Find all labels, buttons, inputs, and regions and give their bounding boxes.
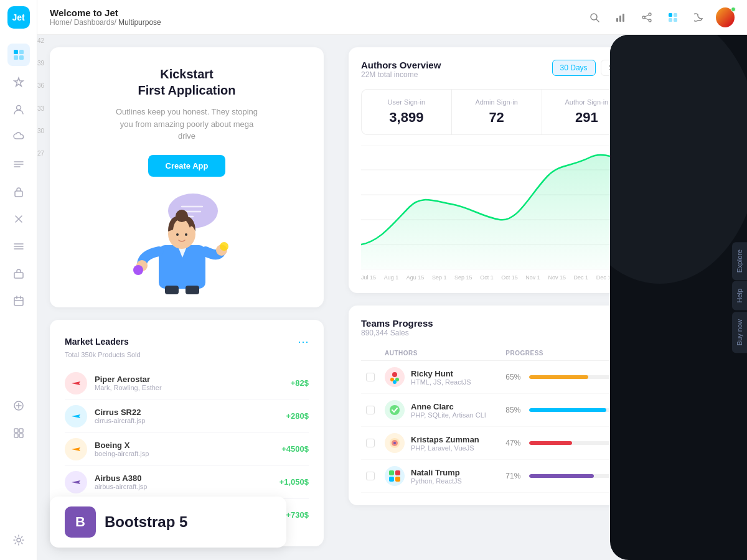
author-name: Anne Clarc — [411, 402, 486, 411]
row-checkbox[interactable] — [366, 406, 375, 414]
progress-fill — [529, 474, 594, 478]
breadcrumb-dashboards[interactable]: Dashboards/ — [74, 18, 116, 27]
market-subtitle: Total 350k Products Sold — [65, 351, 309, 358]
side-tab-explore[interactable]: Explore — [732, 242, 747, 280]
svg-rect-67 — [390, 405, 400, 415]
progress-bar — [529, 474, 620, 478]
author-cell: Ricky Hunt HTML, JS, ReactJS — [380, 361, 500, 394]
row-checkbox-cell — [361, 361, 380, 394]
row-checkbox[interactable] — [366, 373, 375, 381]
illustration — [125, 189, 249, 295]
market-item-name: Piper Aerostar — [95, 375, 291, 384]
author-tech: Python, ReactJS — [411, 477, 462, 485]
svg-point-24 — [17, 538, 21, 542]
svg-rect-29 — [622, 14, 624, 22]
market-item-sub: Mark, Rowling, Esther — [95, 384, 291, 391]
author-tech: PHP, SQLite, Artisan CLI — [411, 411, 486, 419]
sidebar-item-close[interactable] — [7, 208, 30, 230]
svg-rect-28 — [619, 16, 621, 22]
svg-point-47 — [176, 233, 179, 236]
dark-panel — [610, 35, 747, 560]
stat-user-signin: User Sign-in 3,899 — [362, 90, 451, 134]
side-tab-buynow[interactable]: Buy now — [732, 312, 747, 353]
header-title-section: Welcome to Jet Home/ Dashboards/ Multipu… — [50, 7, 585, 27]
sidebar-logo[interactable]: Jet — [7, 6, 30, 29]
market-logo — [65, 438, 87, 460]
market-item-info: Airbus A380 airbus-aircraft.jsp — [95, 474, 280, 490]
breadcrumb-home[interactable]: Home/ — [50, 18, 72, 27]
user-avatar[interactable] — [716, 8, 735, 27]
sidebar-item-menu[interactable] — [7, 235, 30, 258]
share-icon[interactable] — [637, 8, 656, 27]
market-item-name: Cirrus SR22 — [95, 408, 286, 417]
svg-rect-53 — [165, 286, 179, 294]
sidebar-item-format[interactable] — [7, 422, 30, 444]
period-30days[interactable]: 30 Days — [552, 60, 596, 76]
author-tech: HTML, JS, ReactJS — [411, 378, 471, 386]
col-progress: PROGRESS — [500, 346, 625, 361]
page-title: Welcome to Jet — [50, 7, 585, 18]
bootstrap-icon: B — [65, 506, 96, 538]
svg-rect-35 — [669, 13, 672, 17]
author-cell: Anne Clarc PHP, SQLite, Artisan CLI — [380, 394, 500, 427]
svg-line-33 — [645, 15, 649, 17]
sidebar-item-cloud[interactable] — [7, 126, 30, 148]
svg-line-34 — [645, 18, 649, 20]
row-checkbox[interactable] — [366, 472, 375, 480]
author-avatar — [385, 367, 405, 387]
left-panel: Kickstart First Application Outlines kee… — [37, 35, 336, 560]
sidebar-item-user[interactable] — [7, 98, 30, 121]
author-info: Natali Trump Python, ReactJS — [411, 468, 462, 485]
market-item: Cirrus SR22 cirrus-aircraft.jsp +280$ — [65, 400, 309, 433]
market-item-info: Boeing X boeing-aircraft.jsp — [95, 441, 281, 457]
svg-rect-54 — [186, 286, 199, 294]
sidebar-item-list[interactable] — [7, 153, 30, 175]
author-info: Kristaps Zumman PHP, Laravel, VueJS — [411, 435, 479, 452]
progress-fill — [529, 408, 606, 412]
svg-rect-14 — [14, 273, 23, 278]
progress-container: 47% — [505, 439, 620, 447]
author-info: Ricky Hunt HTML, JS, ReactJS — [411, 369, 471, 386]
market-item-sub: airbus-aircraft.jsp — [95, 483, 280, 490]
author-avatar — [385, 400, 405, 420]
market-logo — [65, 405, 87, 427]
teams-sales: 890,344 Sales — [361, 329, 612, 337]
sidebar-item-star[interactable] — [7, 71, 30, 93]
svg-point-51 — [220, 242, 228, 251]
bootstrap-badge: B Bootstrap 5 — [50, 497, 286, 548]
grid-icon[interactable] — [664, 8, 682, 27]
svg-point-52 — [133, 265, 143, 275]
authors-info: Authors Overview 22M total income — [361, 60, 552, 79]
svg-point-63 — [392, 372, 397, 377]
moon-icon[interactable] — [690, 8, 708, 27]
sidebar-item-calendar[interactable] — [7, 290, 30, 312]
svg-rect-72 — [395, 470, 400, 475]
analytics-icon[interactable] — [611, 8, 630, 27]
col-spacer — [478, 346, 501, 361]
online-indicator — [731, 7, 736, 12]
sidebar-item-settings[interactable] — [7, 529, 30, 551]
stat-admin-signin: Admin Sign-in 72 — [452, 90, 542, 134]
svg-rect-37 — [669, 18, 672, 22]
row-checkbox[interactable] — [366, 439, 375, 447]
sidebar-item-integrate[interactable] — [7, 394, 30, 417]
svg-rect-38 — [674, 18, 677, 22]
progress-cell: 65% — [500, 361, 625, 394]
progress-percent: 71% — [505, 472, 523, 480]
search-icon[interactable] — [585, 8, 604, 27]
kickstart-card: Kickstart First Application Outlines kee… — [50, 47, 324, 307]
author-name: Kristaps Zumman — [411, 435, 479, 444]
sidebar-item-box[interactable] — [7, 263, 30, 285]
kickstart-description: Outlines keep you honest. They stoping y… — [112, 106, 261, 142]
svg-point-4 — [16, 106, 21, 110]
side-tab-help[interactable]: Help — [732, 281, 747, 310]
sidebar-item-dashboard[interactable] — [7, 44, 30, 66]
author-avatar — [385, 433, 405, 453]
create-app-button[interactable]: Create App — [148, 155, 226, 177]
svg-point-48 — [185, 233, 187, 236]
market-more-icon[interactable]: ⋯ — [298, 335, 309, 348]
svg-rect-71 — [389, 470, 394, 475]
svg-point-30 — [649, 13, 651, 16]
market-item-name: Boeing X — [95, 441, 281, 450]
sidebar-item-lock[interactable] — [7, 180, 30, 203]
